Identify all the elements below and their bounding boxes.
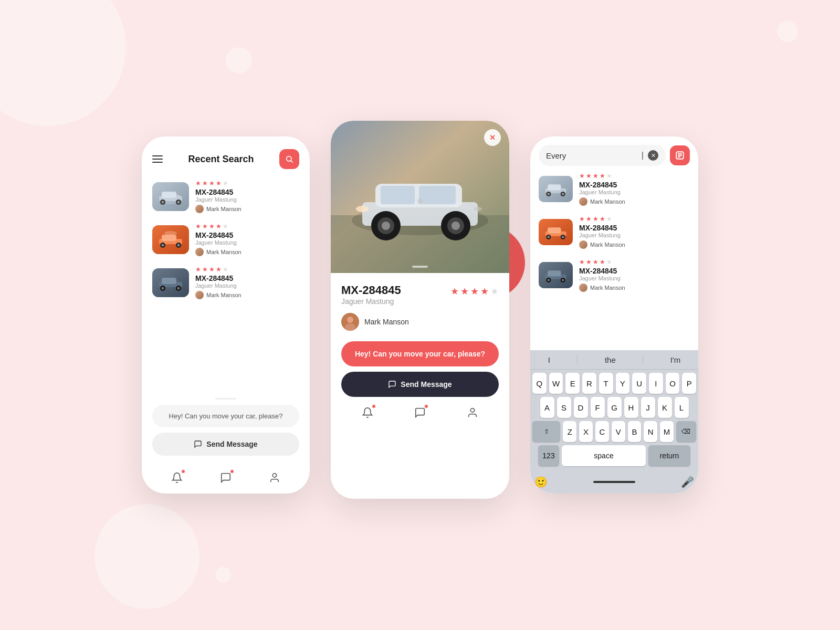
send-message-detail-button[interactable]: Send Message: [341, 372, 499, 397]
search-clear-button[interactable]: ✕: [648, 150, 658, 161]
num-key[interactable]: 123: [538, 445, 559, 466]
car-thumbnail-1: [152, 182, 189, 211]
car-thumbnail-3: [152, 268, 189, 297]
p3-owner-1: Mark Manson: [579, 197, 690, 206]
car-list-item[interactable]: ★ ★ ★ ★ ★ MX-284845 Jaguer Mastung Mark …: [152, 266, 299, 299]
key-x[interactable]: X: [579, 421, 593, 442]
svg-point-55: [548, 193, 550, 195]
key-c[interactable]: C: [595, 421, 609, 442]
svg-point-25: [177, 287, 180, 289]
key-l[interactable]: L: [675, 397, 689, 418]
keyboard: I the I'm Q W E R T Y U: [530, 350, 698, 494]
key-g[interactable]: G: [607, 397, 622, 418]
key-n[interactable]: N: [644, 421, 657, 442]
keyboard-key-rows: Q W E R T Y U I O P A S: [530, 370, 698, 472]
svg-point-36: [382, 222, 390, 230]
close-button[interactable]: ✕: [484, 129, 501, 146]
svg-point-42: [417, 198, 423, 204]
svg-point-23: [162, 287, 164, 289]
bg-circle-tl: [0, 0, 126, 126]
chat-badge-2: [424, 404, 428, 408]
avatar-image: [341, 313, 359, 331]
car-model-3: MX-284845: [195, 274, 299, 282]
key-k[interactable]: K: [658, 397, 672, 418]
notification-badge: [181, 469, 185, 474]
nav2-chat[interactable]: [413, 405, 427, 420]
shift-key[interactable]: ⇧: [532, 421, 560, 442]
key-d[interactable]: D: [574, 397, 588, 418]
key-u[interactable]: U: [632, 373, 646, 394]
filter-button[interactable]: [670, 145, 690, 165]
hamburger-menu-button[interactable]: [152, 155, 163, 163]
nav-chat[interactable]: [218, 470, 233, 485]
car-owner-2: Mark Manson: [195, 248, 299, 256]
suggestion-i[interactable]: I: [544, 355, 554, 364]
keyboard-emoji-row: 🙂 🎤: [530, 472, 698, 494]
key-y[interactable]: Y: [616, 373, 630, 394]
car-list-item[interactable]: ★ ★ ★ ★ ★ MX-284845 Jaguer Mastung Mark …: [152, 180, 299, 213]
car-image-1: [152, 182, 189, 211]
message-icon-2: [414, 407, 426, 418]
detail-car-subtitle: Jaguer Mastung: [341, 297, 401, 306]
return-key[interactable]: return: [648, 445, 690, 466]
phone3-car-item-3[interactable]: ★★★★★ MX-284845 Jaguer Mastung Mark Mans…: [539, 258, 690, 292]
key-j[interactable]: J: [641, 397, 655, 418]
key-q[interactable]: Q: [532, 373, 547, 394]
svg-point-15: [162, 244, 164, 246]
key-r[interactable]: R: [582, 373, 596, 394]
svg-point-39: [452, 222, 460, 230]
key-t[interactable]: T: [599, 373, 613, 394]
space-key[interactable]: space: [562, 445, 646, 466]
suggestion-the[interactable]: the: [601, 355, 620, 364]
key-a[interactable]: A: [540, 397, 554, 418]
car-info-3: ★ ★ ★ ★ ★ MX-284845 Jaguer Mastung Mark …: [195, 266, 299, 299]
detail-owner-name: Mark Manson: [364, 318, 409, 326]
svg-rect-13: [162, 235, 176, 241]
car-model-1: MX-284845: [195, 188, 299, 196]
user-icon-2: [467, 407, 478, 418]
nav2-notification[interactable]: [360, 405, 375, 420]
car-info-2: ★ ★ ★ ★ ★ MX-284845 Jaguer Mastung Mark …: [195, 223, 299, 256]
phone-1: Recent Search: [142, 136, 310, 494]
bell-icon: [171, 472, 183, 484]
suggestion-im[interactable]: I'm: [666, 355, 685, 364]
key-p[interactable]: P: [682, 373, 696, 394]
emoji-button[interactable]: 🙂: [534, 476, 548, 488]
search-button[interactable]: [279, 149, 299, 169]
keyboard-bottom-row: 123 space return: [532, 445, 696, 466]
phone3-car-item-2[interactable]: ★★★★★ MX-284845 Jaguer Mastung Mark Mans…: [539, 215, 690, 249]
nav-notification[interactable]: [170, 470, 184, 485]
key-o[interactable]: O: [666, 373, 680, 394]
key-b[interactable]: B: [628, 421, 642, 442]
p3-rating-1: ★★★★★: [579, 172, 690, 180]
delete-key[interactable]: ⌫: [676, 421, 696, 442]
owner-name-1: Mark Manson: [206, 206, 242, 212]
nav-profile[interactable]: [267, 470, 282, 485]
search-input-value[interactable]: Every: [546, 151, 638, 160]
p3-car-info-3: ★★★★★ MX-284845 Jaguer Mastung Mark Mans…: [579, 258, 690, 292]
keyboard-suggestions-row: I the I'm: [530, 350, 698, 370]
phone3-car-item-1[interactable]: ★★★★★ MX-284845 Jaguer Mastung Mark Mans…: [539, 172, 690, 206]
key-h[interactable]: H: [624, 397, 638, 418]
key-z[interactable]: Z: [563, 421, 576, 442]
key-m[interactable]: M: [660, 421, 674, 442]
p3-rating-2: ★★★★★: [579, 215, 690, 223]
key-e[interactable]: E: [565, 373, 580, 394]
dictation-button[interactable]: 🎤: [681, 476, 694, 488]
p3-car-img-1: [539, 176, 573, 202]
car-list-item[interactable]: ★ ★ ★ ★ ★ MX-284845 Jaguer Mastung Mark …: [152, 223, 299, 256]
detail-owner-avatar: [341, 313, 359, 331]
key-w[interactable]: W: [549, 373, 563, 394]
send-message-button[interactable]: Send Message: [152, 433, 299, 456]
keyboard-row-1: Q W E R T Y U I O P: [532, 373, 696, 394]
key-f[interactable]: F: [591, 397, 605, 418]
nav2-profile[interactable]: [465, 405, 480, 420]
key-s[interactable]: S: [557, 397, 571, 418]
p3-car-info-1: ★★★★★ MX-284845 Jaguer Mastung Mark Mans…: [579, 172, 690, 206]
move-car-button[interactable]: Hey! Can you move your car, please?: [341, 341, 499, 366]
svg-rect-67: [548, 270, 561, 276]
key-v[interactable]: V: [612, 421, 625, 442]
p3-sub-2: Jaguer Mastung: [579, 232, 690, 238]
key-i[interactable]: I: [649, 373, 663, 394]
owner-name-3: Mark Manson: [206, 292, 242, 298]
